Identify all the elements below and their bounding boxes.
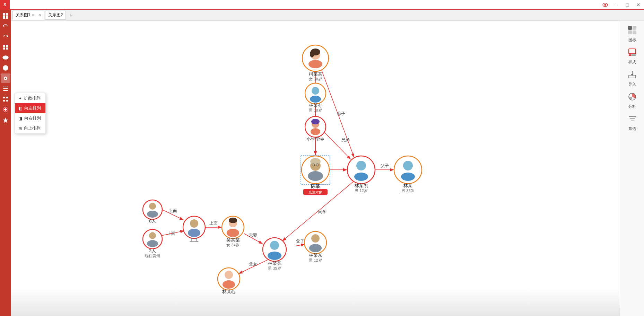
node-wumou-sublabel: 女 34岁 — [226, 243, 239, 247]
node-linmou[interactable] — [394, 156, 422, 184]
svg-point-101 — [149, 232, 156, 239]
node-linmouA-sublabel: 男 18岁 — [309, 108, 322, 112]
sidebar-item-undo[interactable] — [1, 21, 10, 31]
ctx-left-label: 向左排列 — [24, 105, 41, 111]
svg-point-93 — [354, 173, 368, 181]
ctx-up[interactable]: ⊞ 向上排列 — [15, 123, 45, 133]
node-gongren-jj-label: 工工 — [190, 237, 199, 243]
sidebar-item-list[interactable] — [1, 84, 10, 94]
tab-graph2[interactable]: 关系图2 — [45, 11, 66, 20]
right-item-style[interactable]: 样式 — [622, 46, 643, 67]
ctx-right[interactable]: ◨ 向右排列 — [15, 113, 45, 123]
minimize-button[interactable]: ─ — [611, 0, 622, 10]
node-linmoukai-sublabel: 男 12岁 — [355, 188, 367, 193]
app-logo-text: X — [3, 2, 6, 7]
svg-rect-5 — [6, 16, 8, 19]
sidebar — [0, 10, 11, 316]
ctx-up-label: 向上排列 — [24, 125, 41, 131]
svg-point-117 — [225, 271, 233, 279]
svg-rect-23 — [3, 97, 5, 98]
edge-label-xiongdi: 兄弟 — [341, 138, 350, 142]
node-gongren-b-label: 2人 — [149, 248, 156, 253]
sidebar-item-home[interactable] — [1, 11, 10, 21]
node-gongren-a[interactable] — [143, 200, 162, 219]
ctx-expand[interactable]: ✦ 扩散排列 — [15, 93, 45, 103]
tab1-close-icon[interactable]: ✕ — [38, 13, 41, 17]
right-item-analyze[interactable]: 分析 — [622, 90, 643, 111]
svg-point-92 — [356, 161, 366, 170]
icon-tool-icon — [627, 25, 637, 37]
svg-rect-32 — [633, 26, 636, 30]
node-xiaoxue[interactable] — [305, 116, 326, 137]
edge-label-shangmian2: 上面 — [167, 231, 175, 236]
titlebar: X ─ □ ✕ — [0, 0, 644, 10]
edge-label-shangmian1: 上面 — [169, 208, 177, 213]
edge-label-shangmian3: 上面 — [209, 221, 218, 226]
sidebar-item-grid[interactable] — [1, 94, 10, 104]
node-chenmo[interactable] — [301, 155, 330, 184]
node-linmoukai[interactable] — [347, 156, 375, 184]
node-gongren-b-sublabel: 现住贵州 — [145, 254, 160, 258]
sidebar-item-link[interactable] — [1, 115, 10, 125]
app-logo: X — [0, 0, 10, 9]
svg-point-114 — [311, 234, 320, 243]
tab2-label: 关系图2 — [48, 12, 63, 18]
maximize-button[interactable]: □ — [622, 0, 633, 10]
node-linmouA[interactable] — [305, 83, 326, 104]
node-gongren-b[interactable] — [143, 229, 162, 249]
node-linmoumou[interactable] — [263, 238, 286, 261]
ctx-right-icon: ◨ — [18, 116, 22, 121]
eye-icon — [600, 0, 611, 10]
right-panel: 图标 样式 导入 分析 筛选 — [620, 21, 644, 316]
sidebar-item-layout[interactable] — [1, 42, 10, 52]
import-tool-icon — [627, 70, 637, 81]
right-item-filter[interactable]: 筛选 — [622, 112, 643, 133]
svg-point-104 — [190, 219, 198, 228]
ctx-right-label: 向右排列 — [24, 115, 41, 121]
style-tool-label: 样式 — [628, 60, 636, 65]
ctx-left[interactable]: ◧ 向左排列 — [15, 103, 45, 113]
svg-point-83 — [311, 119, 320, 124]
svg-rect-11 — [6, 47, 8, 50]
filter-tool-icon — [627, 114, 637, 125]
main-canvas[interactable]: 母子 兄弟 父子 同学 上面 上面 上面 夫妻 父子 父女 — [11, 21, 620, 316]
svg-rect-31 — [628, 26, 632, 30]
svg-point-76 — [310, 51, 314, 58]
tab1-label: 关系图1 — [16, 12, 31, 18]
svg-point-95 — [403, 161, 413, 170]
close-button[interactable]: ✕ — [633, 0, 644, 10]
ctx-expand-label: 扩散排列 — [24, 95, 41, 101]
node-linmoudong[interactable] — [304, 231, 327, 254]
tab-graph1[interactable]: 关系图1 ✏ ✕ — [12, 11, 44, 20]
svg-rect-26 — [6, 100, 8, 102]
node-linmouxin[interactable] — [218, 268, 240, 290]
right-item-import[interactable]: 导入 — [622, 68, 643, 89]
tab-add-button[interactable]: + — [67, 11, 75, 19]
node-kemo-label: 柯某某 — [309, 71, 322, 77]
svg-marker-6 — [3, 25, 5, 27]
right-item-icon[interactable]: 图标 — [622, 24, 643, 44]
node-chenmo-tag: 光注对象 — [308, 190, 322, 194]
svg-point-118 — [223, 280, 235, 289]
tab1-edit-icon[interactable]: ✏ — [32, 13, 35, 17]
node-wumou[interactable] — [222, 216, 244, 238]
svg-rect-37 — [632, 54, 636, 56]
node-linmoukai-label: 林某凯 — [354, 183, 368, 188]
node-kemo[interactable] — [302, 45, 329, 71]
sidebar-item-view[interactable] — [1, 53, 10, 62]
node-gongren-jj[interactable] — [183, 216, 205, 238]
sidebar-item-expand[interactable] — [1, 105, 10, 114]
sidebar-item-node[interactable] — [1, 73, 10, 83]
node-xiaoxue-label: 小学学生 — [306, 137, 324, 142]
context-menu: ✦ 扩散排列 ◧ 向左排列 ◨ 向右排列 ⊞ 向上排列 — [15, 93, 46, 134]
svg-rect-9 — [6, 45, 8, 47]
svg-point-98 — [149, 203, 156, 210]
svg-point-99 — [147, 211, 158, 218]
node-linmoumou-label: 林某某 — [268, 261, 281, 266]
edge-label-fuqi: 夫妻 — [249, 232, 257, 237]
sidebar-item-filter2[interactable] — [1, 63, 10, 73]
edge-label-funv: 父女 — [249, 262, 257, 266]
sidebar-item-redo[interactable] — [1, 32, 10, 42]
svg-point-109 — [229, 218, 237, 223]
graph-svg: 母子 兄弟 父子 同学 上面 上面 上面 夫妻 父子 父女 — [11, 21, 620, 316]
